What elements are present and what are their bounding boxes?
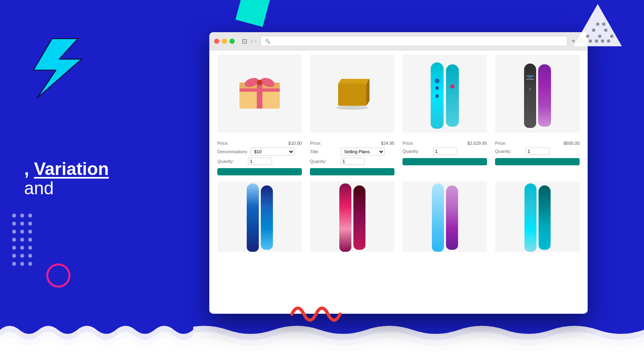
svg-point-5	[598, 35, 601, 38]
denominations-select[interactable]: $10 $25 $50	[250, 148, 295, 156]
price-value: $10.00	[288, 141, 302, 146]
forward-arrow[interactable]: ›	[255, 38, 257, 44]
svg-rect-45	[338, 84, 366, 106]
quantity-label-hydrogen: Quanity:	[495, 149, 523, 154]
display-line4: and	[24, 179, 185, 198]
variation-text: Variation	[34, 159, 109, 179]
svg-rect-0	[235, 0, 270, 27]
price-value-wax: $24.95	[381, 141, 394, 146]
red-squiggle-decoration	[290, 298, 342, 324]
sb-teal-right	[539, 185, 551, 250]
product-card-sky	[402, 181, 487, 255]
field-row-price-hydrogen: Price: $600.00	[495, 141, 580, 146]
maximize-button[interactable]	[229, 39, 235, 44]
field-row-price-wax: Price: $24.95	[310, 141, 394, 146]
price-value-hydrogen: $600.00	[564, 141, 580, 146]
deco-triangle-top-right	[572, 2, 624, 52]
sb-oxygen-left	[339, 183, 351, 252]
add-to-cart-button-3p[interactable]	[402, 158, 487, 165]
svg-point-11	[607, 39, 610, 43]
price-label-3p: Price:	[402, 141, 431, 146]
product-image-gift-card	[217, 54, 302, 133]
field-row-price-3p: Price: $2,629.95	[402, 141, 487, 146]
field-row-denominations: Denominations: $10 $25 $50	[217, 148, 302, 156]
snowboard-right	[446, 64, 459, 127]
svg-point-3	[586, 35, 589, 38]
nav-arrows: ‹ ›	[251, 38, 256, 44]
svg-point-13	[602, 23, 605, 26]
denominations-label: Denominations:	[217, 149, 248, 154]
field-row-title-wax: Title: Selling Plans Standard	[310, 148, 394, 156]
and-text: and	[24, 178, 54, 198]
add-to-cart-button-ski-wax[interactable]	[310, 168, 394, 175]
product-image-snowboard-3p	[402, 54, 487, 133]
browser-window: ⊡ ‹ › 🔍 + ⧉	[209, 32, 588, 314]
price-label-wax: Price:	[310, 141, 338, 146]
svg-point-44	[257, 80, 262, 85]
svg-point-12	[596, 23, 599, 26]
browser-content: Price: $10.00 Denominations: $10 $25 $50…	[209, 50, 588, 314]
product-card-ski-wax: Price: $24.95 Title: Selling Plans Stand…	[310, 54, 394, 175]
product-image-sky	[402, 181, 487, 252]
products-grid: Price: $10.00 Denominations: $10 $25 $50…	[217, 54, 580, 175]
product-image-liquid	[217, 181, 302, 252]
svg-marker-46	[338, 79, 369, 84]
product-card-oxygen	[310, 181, 394, 255]
bottom-wave-right	[181, 316, 644, 362]
sb-sky-right	[446, 185, 458, 250]
product-fields-3p: Price: $2,629.95 Quanity:	[402, 141, 487, 155]
address-bar[interactable]: 🔍	[260, 36, 567, 46]
traffic-lights	[214, 39, 235, 44]
product-fields-ski-wax: Price: $24.95 Title: Selling Plans Stand…	[310, 141, 394, 165]
svg-point-48	[336, 106, 368, 110]
product-card-gift-card: Price: $10.00 Denominations: $10 $25 $50…	[217, 54, 302, 175]
quantity-label: Quanity:	[217, 159, 246, 164]
snowboard-purple	[538, 64, 551, 127]
quantity-input-hydrogen[interactable]	[526, 148, 550, 155]
bottom-products-row	[217, 181, 580, 255]
back-arrow[interactable]: ‹	[251, 38, 253, 44]
svg-point-4	[592, 29, 595, 32]
add-to-cart-button-gift-card[interactable]	[217, 168, 302, 175]
sb-liquid-left	[247, 183, 259, 252]
product-card-hydrogen: ❄ ✕ Price: $600.00	[495, 54, 580, 175]
title-label-wax: Title:	[310, 149, 338, 154]
product-image-teal-collection	[495, 181, 580, 252]
left-panel: , Variation and	[0, 0, 205, 362]
product-card-snowboard-3p: Price: $2,629.95 Quanity:	[402, 54, 487, 175]
sb-oxygen-right	[353, 185, 365, 250]
field-row-price: Price: $10.00	[217, 141, 302, 146]
quantity-input[interactable]	[248, 158, 272, 165]
close-button[interactable]	[214, 39, 219, 44]
field-row-quantity-wax: Quanity:	[310, 158, 394, 165]
product-image-ski-wax	[310, 54, 394, 133]
sb-teal-left	[524, 183, 537, 252]
svg-point-8	[589, 39, 592, 43]
svg-rect-41	[257, 82, 262, 109]
svg-point-6	[604, 29, 607, 32]
product-fields-hydrogen: Price: $600.00 Quanity:	[495, 141, 580, 155]
price-label: Price:	[217, 141, 246, 146]
snowboard-left	[431, 62, 444, 129]
quantity-label-wax: Quanity:	[310, 159, 338, 164]
minimize-button[interactable]	[222, 39, 227, 44]
display-line3: , Variation	[24, 159, 185, 179]
product-image-oxygen	[310, 181, 394, 252]
add-to-cart-button-hydrogen[interactable]	[495, 158, 580, 165]
quantity-label-3p: Quanity:	[402, 149, 431, 154]
product-card-teal-collection	[495, 181, 580, 255]
quantity-input-3p[interactable]	[433, 148, 457, 155]
product-fields-gift-card: Price: $10.00 Denominations: $10 $25 $50…	[217, 141, 302, 165]
svg-point-7	[610, 35, 613, 38]
comma-variation: ,	[24, 159, 34, 179]
sb-liquid-right	[261, 185, 273, 250]
deco-cyan-square	[233, 0, 274, 36]
sidebar-toggle-icon[interactable]: ⊡	[242, 37, 247, 45]
field-row-quantity-3p: Quanity:	[402, 148, 487, 155]
product-card-liquid	[217, 181, 302, 255]
field-row-quantity-hydrogen: Quanity:	[495, 148, 580, 155]
quantity-input-wax[interactable]	[341, 158, 365, 165]
field-row-quantity: Quanity:	[217, 158, 302, 165]
svg-point-9	[595, 39, 598, 43]
title-select-wax[interactable]: Selling Plans Standard	[341, 148, 385, 156]
